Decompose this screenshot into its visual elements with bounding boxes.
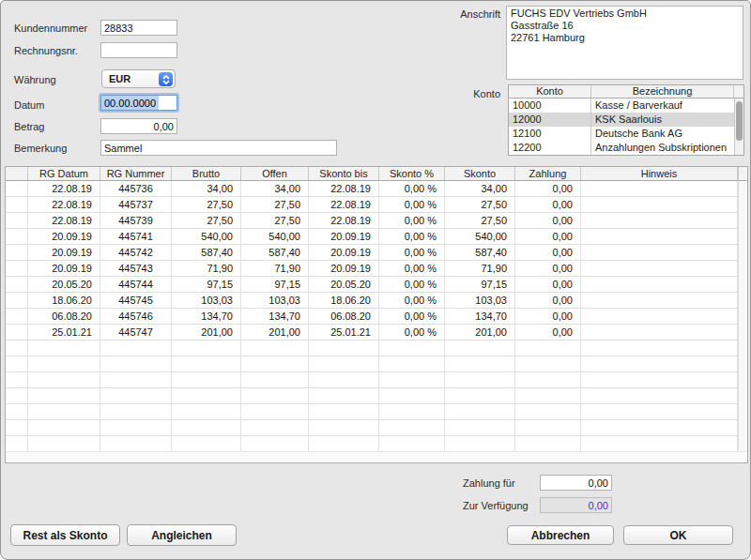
konto-row[interactable]: 12200Anzahlungen Subskriptionen [509, 141, 743, 155]
column-header-skonto[interactable]: Skonto [445, 167, 515, 180]
cell-rg-datum: 20.09.19 [28, 261, 100, 276]
row-select-cell [6, 388, 28, 403]
cell-skonto: 27,50 [445, 213, 515, 228]
invoice-row[interactable]: 18.06.20445745103,03103,0318.06.200,00 %… [6, 293, 738, 309]
invoice-empty-row[interactable] [6, 356, 738, 372]
column-header-rg-nummer[interactable]: RG Nummer [100, 167, 172, 180]
cell-skonto: 0,00 % [379, 229, 445, 244]
cell-brutto [172, 404, 241, 419]
konto-vertical-scrollbar[interactable] [734, 98, 743, 155]
datum-input[interactable]: 00.00.0000 [99, 93, 179, 113]
invoice-empty-row[interactable] [6, 388, 738, 404]
cell-offen [241, 356, 309, 371]
cell-skonto: 0,00 % [379, 245, 445, 260]
column-header-skonto[interactable]: Skonto % [379, 167, 445, 180]
cell-offen: 587,40 [241, 245, 309, 260]
cell-offen: 34,00 [241, 181, 309, 196]
invoice-horizontal-scrollbar[interactable] [6, 451, 747, 462]
bemerkung-input[interactable] [100, 140, 337, 156]
cell-zahlung: 0,00 [515, 261, 581, 276]
konto-column-header-bezeichnung[interactable]: Bezeichnung [591, 85, 734, 98]
invoice-row[interactable]: 20.05.2044574497,1597,1520.05.200,00 %97… [6, 277, 738, 293]
cell-skonto-bis: 20.09.19 [309, 261, 379, 276]
cell-skonto-bis: 18.06.20 [309, 293, 379, 308]
cell-rg-nummer: 445741 [100, 229, 172, 244]
cell-skonto: 71,90 [445, 261, 515, 276]
column-header-rg-datum[interactable]: RG Datum [28, 167, 100, 180]
invoice-row[interactable]: 25.01.21445747201,00201,0025.01.210,00 %… [6, 325, 738, 341]
zahlung-fuer-input[interactable] [540, 475, 612, 491]
cell-skonto [379, 436, 445, 451]
angleichen-button[interactable]: Angleichen [127, 524, 237, 546]
column-header-skonto-bis[interactable]: Skonto bis [309, 167, 379, 180]
konto-table: Konto Bezeichnung 10000Kasse / Barverkau… [508, 84, 744, 156]
invoice-row[interactable]: 06.08.20445746134,70134,7006.08.200,00 %… [6, 309, 738, 325]
column-header-zahlung[interactable]: Zahlung [515, 167, 581, 180]
invoice-empty-row[interactable] [6, 436, 738, 452]
invoice-table-header: RG DatumRG NummerBruttoOffenSkonto bisSk… [6, 167, 738, 181]
cell-skonto [445, 341, 515, 356]
cell-brutto: 587,40 [172, 245, 241, 260]
cell-skonto-bis [309, 420, 379, 435]
cell-offen [241, 404, 309, 419]
invoice-row[interactable]: 22.08.1944573634,0034,0022.08.190,00 %34… [6, 181, 738, 197]
konto-name-cell: Anzahlungen Subskriptionen [591, 141, 743, 155]
konto-row[interactable]: 12000KSK Saarlouis [509, 113, 743, 127]
konto-scrollbar-thumb[interactable] [736, 101, 743, 141]
rechnungsnr-input[interactable] [100, 42, 177, 58]
invoice-empty-row[interactable] [6, 420, 738, 436]
invoice-row[interactable]: 22.08.1944573727,5027,5022.08.190,00 %27… [6, 197, 738, 213]
row-select-cell [6, 181, 28, 196]
konto-name-cell: Kasse / Barverkauf [591, 98, 743, 113]
invoice-row[interactable]: 20.09.19445742587,40587,4020.09.190,00 %… [6, 245, 738, 261]
invoice-empty-row[interactable] [6, 404, 738, 420]
cell-rg-datum: 22.08.19 [28, 197, 100, 212]
konto-row[interactable]: 10000Kasse / Barverkauf [509, 98, 743, 113]
cell-rg-nummer [100, 388, 172, 403]
column-header-brutto[interactable]: Brutto [172, 167, 241, 180]
anschrift-textbox[interactable]: FUCHS EDV Vertriebs GmbH Gasstraße 16 22… [506, 6, 743, 80]
cell-skonto-bis [309, 341, 379, 356]
cell-skonto [379, 372, 445, 387]
waehrung-select[interactable]: EUR [101, 69, 176, 88]
cell-brutto [172, 356, 241, 371]
cell-rg-nummer [100, 341, 172, 356]
kundennummer-input[interactable] [100, 20, 177, 36]
konto-label: Konto [450, 88, 500, 99]
cell-zahlung [515, 356, 581, 371]
konto-column-header-konto[interactable]: Konto [509, 85, 591, 98]
cell-skonto [379, 420, 445, 435]
cell-zahlung: 0,00 [515, 197, 581, 212]
row-select-cell [6, 420, 28, 435]
abbrechen-button[interactable]: Abbrechen [507, 525, 614, 545]
betrag-input[interactable] [100, 118, 177, 134]
invoice-empty-row[interactable] [6, 372, 738, 388]
invoice-empty-row[interactable] [6, 341, 738, 356]
cell-hinweis [581, 309, 738, 324]
cell-rg-nummer: 445745 [100, 293, 172, 308]
cell-skonto-bis: 22.08.19 [309, 213, 379, 228]
invoice-row[interactable]: 20.09.1944574371,9071,9020.09.190,00 %71… [6, 261, 738, 277]
invoice-vertical-scrollbar[interactable] [738, 181, 747, 452]
cell-zahlung: 0,00 [515, 229, 581, 244]
column-header-offen[interactable]: Offen [241, 167, 309, 180]
cell-rg-nummer: 445746 [100, 309, 172, 324]
cell-rg-datum [28, 436, 100, 451]
invoice-table: RG DatumRG NummerBruttoOffenSkonto bisSk… [5, 166, 748, 463]
cell-zahlung [515, 341, 581, 356]
cell-rg-datum [28, 341, 100, 356]
konto-name-cell: Deutsche Bank AG [591, 127, 743, 141]
invoice-row[interactable]: 20.09.19445741540,00540,0020.09.190,00 %… [6, 229, 738, 245]
cell-hinweis [581, 229, 738, 244]
konto-row[interactable]: 12100Deutsche Bank AG [509, 127, 743, 141]
cell-brutto [172, 388, 241, 403]
cell-skonto-bis [309, 404, 379, 419]
cell-skonto: 0,00 % [379, 277, 445, 292]
payment-dialog-window: Kundennummer Rechnungsnr. Währung EUR Da… [0, 0, 751, 560]
row-select-cell [6, 372, 28, 387]
column-header-hinweis[interactable]: Hinweis [581, 167, 738, 180]
rest-als-skonto-button[interactable]: Rest als Skonto [10, 524, 120, 546]
row-select-cell [6, 245, 28, 260]
invoice-row[interactable]: 22.08.1944573927,5027,5022.08.190,00 %27… [6, 213, 738, 229]
ok-button[interactable]: OK [623, 525, 733, 545]
